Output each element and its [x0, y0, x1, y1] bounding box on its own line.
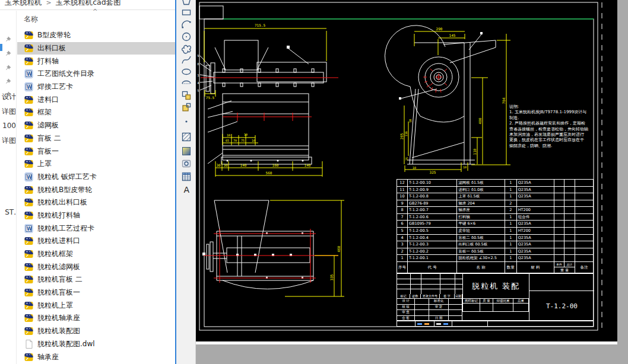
- list-item[interactable]: 脱粒机装配图: [17, 325, 175, 338]
- pin-icon[interactable]: [5, 62, 12, 73]
- bom-header-unit: 单件: [554, 262, 564, 267]
- cad-file-icon: [24, 237, 33, 245]
- table-cell: T-1.2-00.7: [408, 207, 457, 213]
- list-item[interactable]: 框架: [17, 106, 175, 119]
- cad-drawing-canvas[interactable]: 9 8 1 4 5 715.5 75.5: [196, 0, 617, 341]
- title-block-cell: [449, 299, 462, 305]
- tool-rectangle-button[interactable]: [179, 8, 194, 20]
- cad-file-icon: [24, 211, 33, 220]
- tb-stamp-scale: 焊缝比重: [493, 299, 513, 304]
- svg-text:10: 10: [463, 165, 467, 169]
- tool-ellipse-arc-button[interactable]: [179, 79, 194, 91]
- list-item[interactable]: 打料轴: [17, 55, 175, 68]
- tool-point-button[interactable]: [179, 117, 194, 129]
- list-item[interactable]: 脱粒机出料口板: [17, 196, 175, 209]
- cad-file-icon: [24, 44, 33, 53]
- file-name: 脱粒机工艺过程卡: [37, 223, 94, 234]
- list-item[interactable]: 上罩: [17, 158, 175, 171]
- list-item[interactable]: 脱粒机盲板一: [17, 286, 175, 299]
- table-cell: [575, 255, 593, 261]
- table-cell: [575, 221, 593, 227]
- svg-text:75.5: 75.5: [206, 95, 215, 100]
- list-item[interactable]: 脱粒机装配图.dwl: [17, 338, 175, 351]
- list-item[interactable]: B型皮带轮: [17, 29, 175, 42]
- tool-text-button[interactable]: A: [179, 185, 194, 197]
- tb-rev-sign: 签 字: [440, 294, 455, 299]
- table-cell: 上罩 δ1.5板: [457, 193, 505, 200]
- list-item[interactable]: 盲板一: [17, 145, 175, 158]
- table-cell: [575, 187, 593, 193]
- table-cell: [554, 235, 564, 241]
- sidebar-item-clipped[interactable]: 详图: [0, 107, 16, 117]
- svg-text:30: 30: [216, 163, 221, 167]
- list-item[interactable]: 脱粒机框架: [17, 248, 175, 261]
- bom-header-qty: 数量: [505, 262, 517, 273]
- cad-file-icon: [24, 31, 33, 40]
- breadcrumb-folder-1[interactable]: 玉米脱粒机: [5, 0, 42, 7]
- svg-text:65: 65: [226, 139, 229, 142]
- table-cell: T-1.2-00.2: [408, 248, 457, 255]
- tool-insert-block-button[interactable]: [179, 91, 194, 103]
- word-file-icon: W: [24, 69, 33, 78]
- tool-arc-button[interactable]: [179, 20, 194, 31]
- table-cell: [564, 241, 575, 248]
- table-cell: T-1.2-00.8: [408, 193, 457, 200]
- list-item[interactable]: 轴承座: [17, 350, 175, 363]
- list-item[interactable]: W脱粒机 钣焊工艺卡: [17, 171, 175, 184]
- chevron-up-icon[interactable]: ^: [93, 8, 97, 15]
- table-cell: [564, 255, 575, 261]
- table-cell: Q235A: [517, 235, 555, 241]
- tool-region-button[interactable]: [179, 159, 194, 171]
- sidebar-item-clipped[interactable]: 设计: [0, 92, 16, 102]
- list-item[interactable]: 盲板 二: [17, 132, 175, 145]
- bom-header-seq: 序号: [397, 262, 408, 273]
- tool-circle-button[interactable]: [179, 32, 194, 44]
- tool-spline-button[interactable]: [179, 55, 194, 67]
- table-cell: 轴承 204: [457, 200, 505, 207]
- column-header-name[interactable]: 名称: [24, 14, 38, 24]
- pin-icon[interactable]: [5, 75, 12, 87]
- table-row: 1T-1.2-00.1脱粒机框架 ∠30×2.51Q235A: [397, 255, 593, 262]
- pin-icon[interactable]: [5, 33, 12, 44]
- svg-text:8: 8: [197, 62, 199, 66]
- list-item[interactable]: 脱粒机轴承座: [17, 312, 175, 325]
- file-name: 脱粒机滤网板: [37, 262, 80, 272]
- svg-text:W: W: [27, 226, 32, 231]
- tool-ellipse-button[interactable]: [179, 67, 194, 79]
- sidebar-item-clipped[interactable]: 详图: [0, 136, 16, 146]
- list-item[interactable]: 脱粒机上罩: [17, 299, 175, 312]
- sidebar-item-clipped[interactable]: .ST: [0, 208, 16, 216]
- bom-rows: 12T-1.2-00.10滤网板 δ1.5板1Q235A11T-1.2-00.9…: [397, 180, 593, 262]
- table-cell: 盲板二 δ0.5板: [457, 235, 505, 241]
- list-item[interactable]: W工艺图纸文件目录: [17, 68, 175, 81]
- dwl-file-icon: [24, 340, 33, 349]
- list-item[interactable]: 出料口板: [17, 42, 175, 55]
- list-item[interactable]: 进料口: [17, 93, 175, 106]
- list-item[interactable]: 脱粒机盲板 二: [17, 273, 175, 286]
- table-cell: [564, 180, 575, 186]
- list-item[interactable]: 滤网板: [17, 119, 175, 132]
- list-item[interactable]: 脱粒机B型皮带轮: [17, 183, 175, 196]
- tool-make-block-button[interactable]: [179, 103, 194, 114]
- file-explorer-panel: 玉米脱粒机>玉米脱粒机cad套图 设计详图100详图.ST 名称 ^ B型皮带轮…: [0, 0, 175, 364]
- list-item[interactable]: W焊接工艺卡: [17, 81, 175, 94]
- list-item[interactable]: 脱粒机打料轴: [17, 209, 175, 222]
- table-cell: 组合件: [517, 214, 555, 221]
- pin-icon[interactable]: [5, 47, 12, 59]
- list-item[interactable]: 脱粒机滤网板: [17, 260, 175, 273]
- list-item[interactable]: 脱粒机进料口: [17, 235, 175, 248]
- table-cell: Q235A: [517, 248, 555, 255]
- tool-table-button[interactable]: [179, 172, 194, 184]
- list-item[interactable]: W脱粒机工艺过程卡: [17, 222, 175, 235]
- table-cell: 1: [505, 221, 517, 227]
- svg-text:460: 460: [337, 245, 341, 252]
- table-cell: HT200: [517, 228, 555, 234]
- tool-hatch-button[interactable]: [179, 132, 194, 144]
- cad-file-icon: [24, 327, 33, 336]
- table-cell: T-1.2-00.9: [408, 187, 457, 193]
- tool-gradient-button[interactable]: [179, 146, 194, 158]
- sidebar-item-clipped[interactable]: 100: [0, 122, 16, 130]
- table-cell: [564, 228, 575, 234]
- breadcrumb-folder-2[interactable]: 玉米脱粒机cad套图: [56, 0, 121, 7]
- tb-stamp-mass: 质 量: [480, 299, 493, 304]
